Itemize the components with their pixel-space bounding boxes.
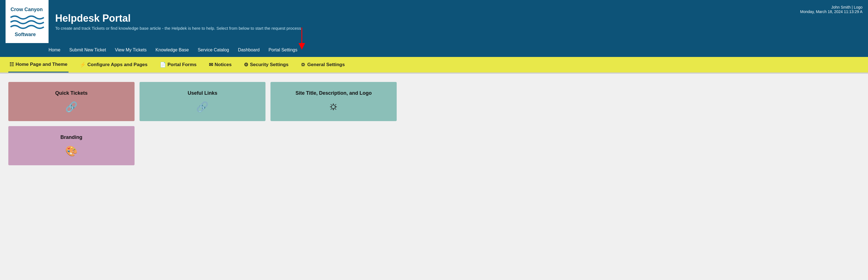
nav-bar: Home Submit New Ticket View My Tickets K…: [0, 43, 868, 57]
page-title: Helpdesk Portal: [55, 12, 863, 24]
nav-submit-new-ticket[interactable]: Submit New Ticket: [69, 48, 106, 53]
nav-view-my-tickets[interactable]: View My Tickets: [115, 48, 147, 53]
card-branding[interactable]: Branding 🎨: [8, 126, 134, 165]
doc-icon: 📄: [160, 62, 166, 68]
header-title-area: Helpdesk Portal To create and track Tick…: [49, 12, 863, 31]
tab-security-settings[interactable]: ⚙ Security Settings: [243, 57, 289, 73]
card-useful-links[interactable]: Useful Links 🔗: [140, 82, 266, 121]
grid-icon: ☷: [9, 61, 14, 67]
datetime: Monday, March 18, 2024 11:13:29 A: [800, 9, 863, 14]
svg-text:Software: Software: [15, 32, 36, 37]
tab-home-page-and-theme[interactable]: ☷ Home Page and Theme: [8, 57, 68, 73]
nav-knowledge-base[interactable]: Knowledge Base: [156, 48, 189, 53]
content-area: Quick Tickets 🔗 Useful Links 🔗 Site Titl…: [0, 74, 868, 174]
gears-icon: ⛭: [301, 62, 306, 68]
header: Crow Canyon Software Helpdesk Portal To …: [0, 0, 868, 43]
logo-label: Logo: [854, 5, 863, 9]
nav-home[interactable]: Home: [49, 48, 60, 53]
user-area: John Smith | Logo Monday, March 18, 2024…: [800, 5, 863, 14]
crow-canyon-logo: Crow Canyon Software: [9, 5, 45, 38]
card-grid: Quick Tickets 🔗 Useful Links 🔗 Site Titl…: [8, 82, 397, 165]
svg-text:Crow Canyon: Crow Canyon: [10, 7, 43, 12]
card-branding-title: Branding: [60, 135, 83, 140]
card-site-title-label: Site Title, Description, and Logo: [296, 90, 372, 96]
settings-icon-site-title: ⛭: [329, 101, 339, 113]
tab-notices[interactable]: ✉ Notices: [208, 57, 233, 73]
logo-container: Crow Canyon Software: [5, 0, 49, 43]
page-subtitle: To create and track Tickets or find know…: [55, 26, 863, 31]
link-icon-useful-links: 🔗: [196, 101, 209, 113]
card-useful-links-title: Useful Links: [188, 90, 217, 96]
tab-portal-forms[interactable]: 📄 Portal Forms: [159, 57, 198, 73]
link-icon-quick-tickets: 🔗: [65, 101, 78, 113]
nav-portal-settings[interactable]: Portal Settings: [269, 48, 298, 52]
card-quick-tickets[interactable]: Quick Tickets 🔗: [8, 82, 134, 121]
card-quick-tickets-title: Quick Tickets: [55, 90, 88, 96]
portal-settings-wrapper: Portal Settings: [269, 48, 306, 53]
tab-general-settings[interactable]: ⛭ General Settings: [300, 57, 346, 73]
nav-service-catalog[interactable]: Service Catalog: [198, 48, 229, 53]
nav-dashboard[interactable]: Dashboard: [238, 48, 260, 53]
tab-configure-apps-and-pages[interactable]: ⚡ Configure Apps and Pages: [79, 57, 149, 73]
gear-icon: ⚙: [244, 62, 248, 68]
username: John Smith |: [831, 5, 853, 9]
tab-bar: ☷ Home Page and Theme ⚡ Configure Apps a…: [0, 57, 868, 73]
bolt-icon: ⚡: [80, 62, 86, 68]
envelope-icon: ✉: [209, 62, 213, 68]
palette-icon-branding: 🎨: [65, 145, 78, 157]
card-site-title[interactable]: Site Title, Description, and Logo ⛭: [271, 82, 397, 121]
